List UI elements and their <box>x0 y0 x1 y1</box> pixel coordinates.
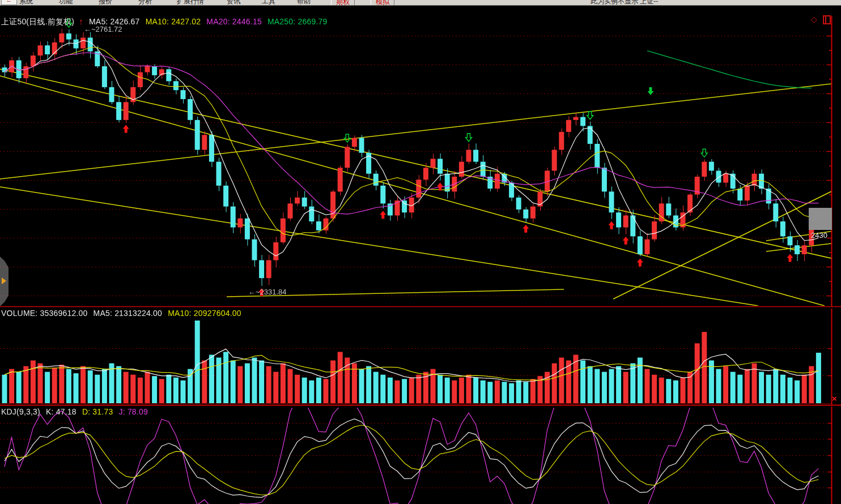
kdj-header: KDJ(9,3,3) K: 47.18 D: 31.73 J: 78.09 <box>1 407 151 416</box>
volume-ma10-value: MA10: 20927604.00 <box>168 309 241 318</box>
volume-header: VOLUME: 35369612.00 MA5: 21313224.00 MA1… <box>1 309 245 318</box>
menu-button-options[interactable]: 期权 <box>331 0 355 6</box>
kdj-name: KDJ(9,3,3) <box>1 407 40 416</box>
menu-item-news[interactable]: 资讯 <box>227 0 240 6</box>
trading-app-window: ← 系统 功能 报价 分析 扩展行情 资讯 工具 帮助 期权 模拟 此为实例不显… <box>0 0 841 504</box>
volume-value: VOLUME: 35369612.00 <box>1 309 87 318</box>
gray-overlay-box[interactable] <box>809 208 832 230</box>
chart-title: 上证50(日线.前复权) <box>1 17 74 26</box>
high-price-label: ←~2761.72 <box>84 25 122 33</box>
ma20-value: MA20: 2446.15 <box>206 17 262 26</box>
expand-arrow-icon <box>2 277 6 284</box>
menu-item-function[interactable]: 功能 <box>59 0 73 6</box>
kdj-k-value: K: 47.18 <box>46 407 77 416</box>
menu-bar: ← 系统 功能 报价 分析 扩展行情 资讯 工具 帮助 期权 模拟 此为实例不显… <box>0 0 841 6</box>
volume-ma5-value: MA5: 21313224.00 <box>94 309 163 318</box>
menu-item-quotes[interactable]: 报价 <box>99 0 112 6</box>
menu-item-system[interactable]: 系统 <box>19 0 33 6</box>
menu-item-help[interactable]: 帮助 <box>297 0 311 6</box>
up-trend-icon: ↑ <box>79 16 83 26</box>
ma250-value: MA250: 2669.79 <box>267 17 328 26</box>
menu-item-extended[interactable]: 扩展行情 <box>177 0 204 6</box>
last-price-tag: 2430 <box>811 231 827 240</box>
menu-item-tools[interactable]: 工具 <box>262 0 275 6</box>
main-chart-header: 上证50(日线.前复权)↑ MA5: 2426.67 MA10: 2427.02… <box>1 16 331 27</box>
menu-caption: 此为实例不显示 上证-- <box>591 0 658 6</box>
chart-canvas[interactable] <box>0 0 841 504</box>
window-layout-icon[interactable] <box>823 15 831 24</box>
menu-item-analysis[interactable]: 分析 <box>138 0 152 6</box>
kdj-j-value: J: 78.09 <box>119 407 148 416</box>
menu-button-simulation[interactable]: 模拟 <box>371 0 394 6</box>
diamond-icon[interactable]: ◇ <box>811 15 817 23</box>
low-price-label: ←~2331.84 <box>248 288 287 296</box>
ma10-value: MA10: 2427.02 <box>146 17 201 26</box>
close-pane-icon[interactable]: × <box>832 394 837 403</box>
kdj-d-value: D: 31.73 <box>82 407 113 416</box>
app-icon[interactable]: ← <box>1 0 17 5</box>
